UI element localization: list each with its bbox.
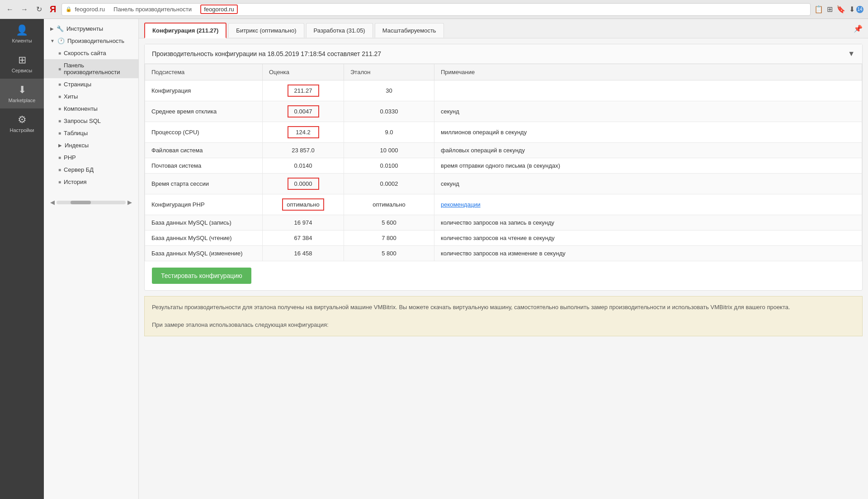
performance-table: Подсистема Оценка Эталон Примечание Конф…: [145, 64, 862, 261]
nav-label-history: История: [64, 179, 86, 185]
browser-logo: Я: [50, 4, 56, 14]
nav-item-indexes[interactable]: ▶ Индексы: [44, 139, 138, 151]
cell-subsystem: Конфигурация PHP: [145, 194, 263, 215]
nav-item-db-server[interactable]: ■ Сервер БД: [44, 164, 138, 176]
nav-label-performance: Производительность: [67, 38, 124, 44]
perf-header-text: Производительность конфигурации на 18.05…: [152, 50, 381, 57]
nav-label-sql: Запросы SQL: [64, 118, 101, 124]
cell-subsystem: Почтовая система: [145, 158, 263, 174]
tab-config[interactable]: Конфигурация (211.27): [144, 23, 226, 38]
col-header-standard: Эталон: [344, 64, 434, 80]
browser-actions: 📋 ⊞ 🔖 ⬇ 14: [814, 5, 863, 14]
sidebar-item-settings[interactable]: ⚙ Настройки: [0, 108, 44, 138]
nav-item-tables[interactable]: ■ Таблицы: [44, 127, 138, 139]
bullet-icon-php: ■: [58, 155, 61, 160]
grid-icon[interactable]: ⊞: [827, 5, 833, 14]
nav-item-history[interactable]: ■ История: [44, 176, 138, 188]
nav-item-tools[interactable]: ▶ 🔧 Инструменты: [44, 23, 138, 35]
scroll-right-arrow[interactable]: ▶: [127, 199, 132, 206]
nav-label-pages: Страницы: [64, 81, 91, 88]
nav-item-hits[interactable]: ■ Хиты: [44, 90, 138, 103]
tab-pin-icon[interactable]: 📌: [854, 24, 863, 37]
nav-label-perf-panel: Панель производительности: [64, 62, 132, 75]
bullet-icon: ■: [58, 51, 61, 56]
sidebar-item-services[interactable]: ⊞ Сервисы: [0, 49, 44, 79]
nav-item-performance[interactable]: ▼ 🕐 Производительность: [44, 35, 138, 47]
cell-subsystem: База данных MySQL (изменение): [145, 246, 263, 261]
tab-scale[interactable]: Масштабируемость: [375, 23, 444, 38]
main-content: Конфигурация (211.27) Битрикс (оптимальн…: [139, 19, 868, 499]
services-icon: ⊞: [18, 54, 26, 66]
cell-standard: 0.0100: [344, 158, 434, 174]
sidebar-item-marketplace[interactable]: ⬇ Marketplace: [0, 79, 44, 108]
left-nav: ▶ 🔧 Инструменты ▼ 🕐 Производительность ■…: [44, 19, 139, 499]
url-title: Панель производительности: [113, 6, 192, 13]
nav-item-components[interactable]: ■ Компоненты: [44, 103, 138, 115]
cell-note: количество запросов на изменение в секун…: [434, 246, 862, 261]
recommendations-link[interactable]: рекомендации: [441, 201, 481, 208]
tab-dev[interactable]: Разработка (31.05): [306, 23, 373, 38]
clipboard-icon[interactable]: 📋: [814, 5, 823, 14]
cell-score: 0.0047: [263, 101, 344, 122]
cell-subsystem: Время старта сессии: [145, 174, 263, 194]
nav-item-sql[interactable]: ■ Запросы SQL: [44, 115, 138, 127]
col-header-note: Примечание: [434, 64, 862, 80]
nav-label-indexes: Индексы: [65, 142, 89, 149]
cell-note: [434, 80, 862, 101]
cell-standard: оптимально: [344, 194, 434, 215]
perf-header-arrow-icon[interactable]: ▼: [848, 50, 855, 58]
tools-arrow-icon: ▶: [50, 26, 54, 31]
table-row: База данных MySQL (запись)16 9745 600кол…: [145, 215, 862, 231]
cell-score: 16 974: [263, 215, 344, 231]
url-domain: feogorod.ru: [75, 6, 105, 13]
test-config-button[interactable]: Тестировать конфигурацию: [152, 268, 251, 284]
performance-arrow-icon: ▼: [50, 38, 55, 43]
scroll-left-arrow[interactable]: ◀: [50, 199, 55, 206]
sidebar-label-clients: Клиенты: [12, 38, 32, 43]
nav-scrollbar-area: ◀ ▶: [44, 195, 138, 209]
sidebar-label-settings: Настройки: [10, 127, 34, 133]
table-row: Время старта сессии0.00000.0002секунд: [145, 174, 862, 194]
nav-item-perf-panel[interactable]: ■ Панель производительности: [44, 59, 138, 78]
cell-note: миллионов операций в секунду: [434, 122, 862, 143]
bullet-icon-hits: ■: [58, 94, 61, 99]
cell-note: время отправки одного письма (в секундах…: [434, 158, 862, 174]
settings-icon: ⚙: [18, 114, 27, 126]
cell-standard: 7 800: [344, 231, 434, 246]
address-bar[interactable]: 🔒 feogorod.ru Панель производительности …: [61, 3, 811, 16]
cell-subsystem: Конфигурация: [145, 80, 263, 101]
nav-label-tools: Инструменты: [66, 25, 103, 32]
bullet-icon-components: ■: [58, 106, 61, 111]
refresh-button[interactable]: ↻: [33, 4, 44, 15]
scroll-track[interactable]: [57, 201, 126, 204]
cell-subsystem: Процессор (CPU): [145, 122, 263, 143]
url-highlighted[interactable]: feogorod.ru: [200, 5, 238, 14]
performance-icon: 🕐: [57, 38, 65, 44]
sidebar-label-services: Сервисы: [12, 68, 33, 73]
cell-note: количество запросов на запись в секунду: [434, 215, 862, 231]
download-button[interactable]: ⬇: [849, 5, 855, 14]
sidebar-item-clients[interactable]: 👤 Клиенты: [0, 19, 44, 49]
cell-subsystem: Файловая система: [145, 143, 263, 158]
nav-label-db-server: Сервер БД: [64, 166, 94, 173]
nav-item-site-speed[interactable]: ■ Скорость сайта: [44, 47, 138, 59]
nav-item-pages[interactable]: ■ Страницы: [44, 78, 138, 90]
cell-score: 16 458: [263, 246, 344, 261]
tabs-bar: Конфигурация (211.27) Битрикс (оптимальн…: [139, 19, 868, 38]
cell-score: 67 384: [263, 231, 344, 246]
bullet-icon-tables: ■: [58, 131, 61, 136]
cell-standard: 5 800: [344, 246, 434, 261]
table-row: База данных MySQL (чтение)67 3847 800кол…: [145, 231, 862, 246]
table-row: Конфигурация PHPоптимальнооптимальнореко…: [145, 194, 862, 215]
back-button[interactable]: ←: [5, 4, 15, 15]
table-row: Файловая система23 857.010 000файловых о…: [145, 143, 862, 158]
sidebar-label-marketplace: Marketplace: [9, 98, 36, 103]
cell-note: файловых операций в секунду: [434, 143, 862, 158]
forward-button[interactable]: →: [19, 4, 30, 15]
nav-item-php[interactable]: ■ PHP: [44, 151, 138, 164]
tab-bitrix[interactable]: Битрикс (оптимально): [228, 23, 304, 38]
bookmark-icon[interactable]: 🔖: [836, 5, 845, 14]
clients-icon: 👤: [16, 24, 28, 36]
table-row: Процессор (CPU)124.29.0миллионов операци…: [145, 122, 862, 143]
cell-subsystem: База данных MySQL (запись): [145, 215, 263, 231]
